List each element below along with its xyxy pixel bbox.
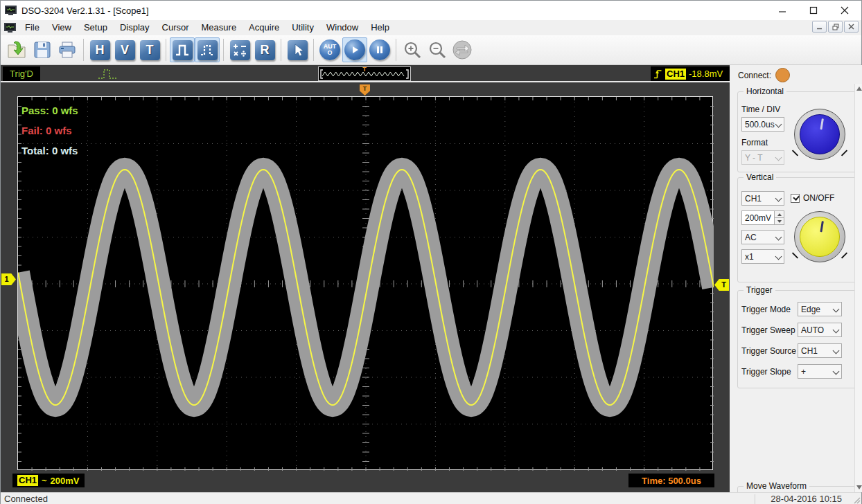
window-title: DSO-3204 Ver2.1.31 - [Scope1] [21,6,149,16]
pulse-icon [173,40,193,60]
save-button[interactable] [30,37,55,62]
trigger-level-marker[interactable]: T [714,279,729,291]
cursor-tool-button[interactable] [285,37,310,62]
menu-cursor[interactable]: Cursor [156,20,195,35]
spin-down-button[interactable] [775,217,784,224]
knob-pointer [820,118,823,129]
mask-test-stats: Pass: 0 wfs Fail: 0 wfs Total: 0 wfs [21,100,78,161]
vertical-setup-button[interactable]: V [112,37,137,62]
chevron-down-icon [775,235,781,240]
pass-fail-button[interactable] [170,37,195,62]
channel-readout: CH1 ~ 200mV [12,474,85,487]
math-button[interactable] [227,37,252,62]
trigger-position-marker[interactable]: T [360,84,370,96]
mdi-close-button[interactable] [844,21,859,33]
scroll-down-icon[interactable] [856,485,862,489]
mdi-minimize-button[interactable] [812,21,827,33]
volts-per-div-value: 200mV [51,476,80,486]
vertical-group: Vertical CH1 ON/OFF 200mV A [737,177,856,282]
transfer-arrows-icon [452,39,473,60]
chevron-down-icon [833,369,838,375]
menu-file[interactable]: File [19,20,46,35]
onoff-checkbox[interactable] [791,194,800,203]
waveform-position-preview[interactable]: T [318,66,411,81]
connect-status-indicator [775,68,790,82]
time-div-select[interactable]: 500.0us [741,117,784,132]
pause-button[interactable] [367,37,392,62]
triangle-down-icon [777,220,782,223]
vertical-knob[interactable] [794,211,845,262]
play-icon [344,39,365,60]
trigger-slope-select[interactable]: + [798,364,842,379]
resize-grip[interactable] [852,495,861,504]
close-button[interactable] [829,1,860,20]
toolbar-separator [396,39,396,61]
chevron-down-icon [775,254,781,260]
scope-window-icon [4,23,16,33]
menu-view[interactable]: View [46,20,78,35]
scope-widget: Trig'D T CH1 -18.8mV T [1,65,730,492]
datetime-text: 28-04-2016 10:15 [771,494,842,504]
menubar: File View Setup Display Cursor Measure A… [1,20,861,35]
trigger-setup-button[interactable]: T [137,37,162,62]
chevron-down-icon [833,307,838,312]
minimize-button[interactable] [766,1,798,20]
channel-onoff-row: ON/OFF [791,193,834,203]
zoom-out-button[interactable] [425,37,450,62]
open-button[interactable] [5,37,30,62]
trigger-mode-select[interactable]: Edge [798,302,842,316]
run-button[interactable] [342,37,367,62]
horizontal-setup-button[interactable]: H [87,37,112,62]
maximize-icon [809,6,818,15]
format-select[interactable]: Y - T [741,150,784,165]
trigger-level-value: -18.8mV [689,69,723,79]
trigger-sweep-select[interactable]: AUTO [798,323,842,337]
trigger-group-title: Trigger [744,285,775,295]
mask-setup-button[interactable] [195,37,220,62]
trigger-source-select[interactable]: CH1 [798,343,842,358]
onoff-label: ON/OFF [803,193,834,203]
print-icon [58,41,77,59]
trigger-channel-badge: CH1 [665,69,686,80]
autoset-button[interactable]: AUTO [317,37,342,62]
close-icon [841,6,849,15]
cursor-arrow-icon [288,40,308,60]
menu-display[interactable]: Display [114,20,156,35]
transfer-button[interactable] [450,37,475,62]
statusbar-separator [755,494,755,504]
maximize-button[interactable] [798,1,829,20]
channel1-position-marker[interactable]: 1 [1,273,16,285]
horizontal-group-title: Horizontal [744,87,786,96]
menu-measure[interactable]: Measure [195,20,243,35]
graticule-svg [18,97,714,471]
menu-utility[interactable]: Utility [285,20,320,35]
channel-select[interactable]: CH1 [741,191,784,206]
trigger-level-readout: CH1 -18.8mV [651,66,730,81]
trigger-source-label: Trigger Source [741,346,796,356]
mdi-restore-button[interactable] [828,21,843,33]
scroll-up-icon[interactable] [856,87,862,91]
toolbar-separator [166,39,166,61]
print-button[interactable] [55,37,80,62]
trigger-status-badge: Trig'D [3,66,40,81]
menu-window[interactable]: Window [320,20,364,35]
zoom-out-icon [428,40,447,60]
horizontal-knob[interactable] [794,109,845,160]
probe-select[interactable]: x1 [741,249,784,264]
save-icon [33,41,51,59]
total-count: Total: 0 wfs [21,141,78,161]
chevron-down-icon [775,196,781,201]
math-operators-icon [230,40,250,60]
panel-scrollbar[interactable] [854,84,862,492]
spin-up-button[interactable] [775,211,784,217]
zoom-in-button[interactable] [400,37,425,62]
menu-acquire[interactable]: Acquire [243,20,285,35]
menu-help[interactable]: Help [364,20,396,35]
knob-pointer [820,221,823,232]
mdi-restore-icon [832,24,839,30]
coupling-select[interactable]: AC [741,230,784,244]
acquisition-pulse-icon [98,68,117,80]
menu-setup[interactable]: Setup [78,20,114,35]
control-panel: Connect: Horizontal Time / DIV 500.0us F… [733,65,862,492]
reference-button[interactable]: R [252,37,277,62]
